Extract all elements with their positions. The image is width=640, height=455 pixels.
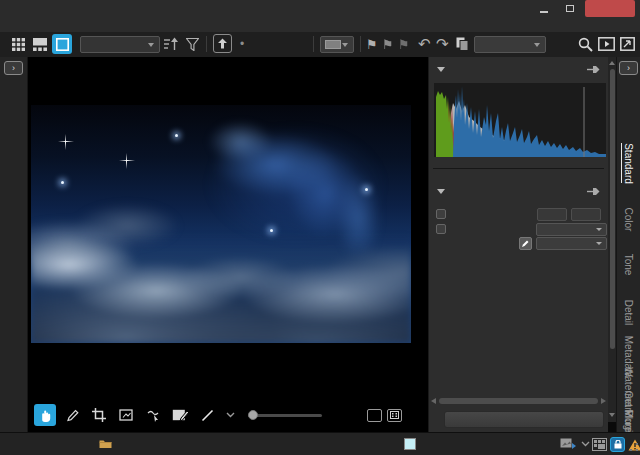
autolevel-checkbox[interactable] <box>436 209 446 219</box>
single-image-view-button[interactable] <box>52 34 72 54</box>
perfectly-clear-checkbox[interactable] <box>436 224 446 234</box>
pin-icon[interactable] <box>587 65 600 74</box>
copy-paste-icon <box>456 37 469 51</box>
pick-flag-button[interactable]: ⚑ <box>366 34 378 54</box>
tab-label: Tone <box>623 253 634 275</box>
horizontal-scrollbar[interactable] <box>431 397 606 405</box>
chevron-down-icon <box>534 43 540 47</box>
scroll-right-arrow[interactable] <box>601 398 606 404</box>
lock-button[interactable] <box>610 437 625 452</box>
zoom-1to1-button[interactable] <box>367 409 382 422</box>
preview-filmstrip-view-button[interactable] <box>30 34 50 54</box>
redo-button[interactable]: ↷ <box>436 34 449 54</box>
undo-button[interactable]: ↶ <box>418 34 431 54</box>
image-brush-icon <box>172 409 188 422</box>
slideshow-button[interactable] <box>598 34 615 54</box>
filter-button[interactable] <box>186 34 199 54</box>
output-queue-button[interactable] <box>213 34 232 53</box>
chevron-down-icon <box>581 441 590 447</box>
close-button[interactable] <box>585 0 635 17</box>
straighten-tool-button[interactable] <box>115 404 137 426</box>
retouch-tool-button[interactable] <box>169 404 191 426</box>
eyedropper-icon <box>521 239 530 248</box>
thumbnail-grid-icon[interactable] <box>592 438 607 451</box>
reject-flag-button[interactable]: ⚑ <box>382 34 394 54</box>
clouds <box>31 234 411 343</box>
right-panel-expand-button[interactable]: › <box>619 61 638 75</box>
right-tab-color[interactable]: Color <box>617 201 640 237</box>
export-image-icon <box>560 437 576 450</box>
split-view-icon <box>33 38 47 51</box>
grid-view-icon <box>12 38 25 51</box>
minimize-button[interactable] <box>532 0 556 17</box>
no-rating-dot[interactable]: • <box>240 34 244 54</box>
scrollbar-corner <box>608 422 616 432</box>
status-bar <box>0 432 640 455</box>
sort-field-dropdown[interactable] <box>80 36 160 53</box>
layer-dropdown[interactable] <box>474 36 546 53</box>
tint-dropdown[interactable] <box>536 223 607 236</box>
chevron-down-icon <box>342 43 348 47</box>
zoom-slider-thumb[interactable] <box>248 410 258 420</box>
application-window: • ⚑ ⚑ ⚑ ↶ ↷ › <box>0 0 640 455</box>
sort-ascending-icon <box>164 37 179 51</box>
pin-icon[interactable] <box>587 187 600 196</box>
image-canvas[interactable] <box>28 57 428 432</box>
search-button[interactable] <box>578 34 593 54</box>
vertical-scrollbar[interactable] <box>608 57 616 432</box>
edit-tool-button[interactable] <box>61 404 83 426</box>
zoom-slider[interactable] <box>248 414 322 417</box>
reset-all-button[interactable] <box>444 411 604 428</box>
color-label-swatch <box>325 40 341 49</box>
draw-tool-button[interactable] <box>196 404 218 426</box>
folder-icon <box>99 438 112 449</box>
perfectly-clear-row <box>429 223 609 236</box>
autolevel-value-1[interactable] <box>537 208 567 221</box>
maximize-icon <box>566 5 574 12</box>
crop-tool-button[interactable] <box>88 404 110 426</box>
filter-funnel-icon <box>186 38 199 51</box>
sort-direction-button[interactable] <box>164 34 179 54</box>
thumbnail-view-button[interactable] <box>8 34 28 54</box>
scroll-down-arrow[interactable] <box>609 413 615 417</box>
tab-label: Color <box>623 207 634 231</box>
main-area: › <box>0 57 640 432</box>
basic-adjustments-header[interactable] <box>429 183 608 199</box>
copy-settings-button[interactable] <box>456 34 469 54</box>
left-panel-expand-button[interactable]: › <box>4 61 23 75</box>
white-balance-dropdown[interactable] <box>536 237 607 250</box>
vertical-scroll-thumb[interactable] <box>610 69 615 349</box>
fullscreen-button[interactable] <box>620 34 635 54</box>
clone-tool-button[interactable] <box>142 404 164 426</box>
white-balance-eyedropper-button[interactable] <box>519 237 532 250</box>
autolevel-value-2[interactable] <box>571 208 601 221</box>
maximize-button[interactable] <box>558 0 582 17</box>
scroll-left-arrow[interactable] <box>431 398 436 404</box>
export-menu[interactable] <box>560 437 590 450</box>
pan-tool-button[interactable] <box>34 404 56 426</box>
color-label-dropdown[interactable] <box>320 36 354 53</box>
chevron-down-icon <box>596 242 602 245</box>
fit-screen-icon <box>390 411 399 419</box>
adjustments-panel <box>428 57 608 432</box>
more-tools-button[interactable] <box>223 404 237 426</box>
clone-icon <box>146 409 160 422</box>
resize-grip[interactable] <box>630 443 638 451</box>
autolevel-row <box>429 208 609 221</box>
left-panel-strip: › <box>0 57 28 432</box>
right-tab-detail[interactable]: Detail <box>617 291 640 333</box>
section-divider <box>433 168 604 169</box>
clear-flag-button[interactable]: ⚑ <box>398 34 410 54</box>
fit-to-screen-button[interactable] <box>387 409 402 422</box>
chevron-down-icon <box>148 43 154 47</box>
scroll-up-arrow[interactable] <box>609 61 615 65</box>
zoom-control <box>248 403 402 427</box>
right-panel-strip: › StandardColorToneDetailMetadataWaterma… <box>616 57 640 432</box>
right-tab-standard[interactable]: Standard <box>617 137 640 189</box>
white-balance-row <box>429 237 609 250</box>
hand-icon <box>39 408 52 423</box>
horizontal-scroll-thumb[interactable] <box>439 398 598 404</box>
right-tab-tone[interactable]: Tone <box>617 247 640 281</box>
minimize-icon <box>540 11 548 13</box>
histogram-header[interactable] <box>429 61 608 77</box>
